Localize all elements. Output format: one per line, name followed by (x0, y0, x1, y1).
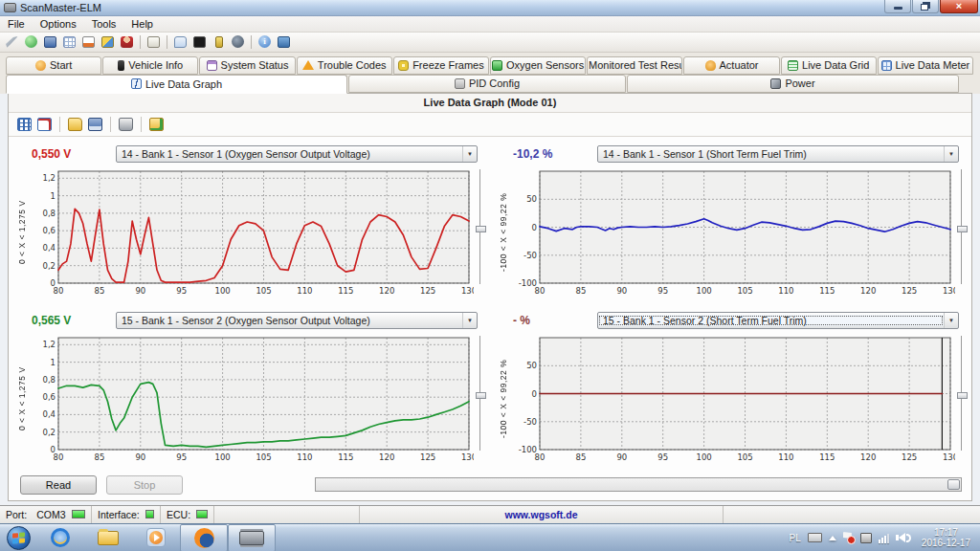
firefox-icon (194, 528, 214, 548)
tab-live-data-meter[interactable]: Live Data Meter (878, 56, 973, 75)
svg-text:100: 100 (214, 286, 230, 296)
taskbar-scanmaster-button[interactable] (228, 524, 276, 551)
tab-vehicle-info[interactable]: Vehicle Info (102, 56, 198, 75)
read-button[interactable]: Read (20, 475, 97, 495)
chat-button[interactable] (172, 34, 189, 50)
svg-text:105: 105 (737, 452, 752, 462)
phone-icon (215, 36, 223, 48)
user-button[interactable] (119, 34, 135, 50)
print-button[interactable] (118, 117, 134, 132)
close-button[interactable]: × (940, 0, 978, 13)
show-hidden-icons[interactable] (829, 536, 836, 540)
tab-live-data-grid[interactable]: Live Data Grid (781, 56, 877, 75)
connect-button[interactable] (4, 34, 20, 50)
menu-file[interactable]: File (0, 17, 33, 31)
tab-system-status[interactable]: System Status (199, 56, 295, 75)
page-title: Live Data Graph (Mode 01) (9, 94, 971, 113)
svg-text:0: 0 (532, 222, 537, 231)
svg-text:1,2: 1,2 (42, 340, 56, 349)
minimize-button[interactable] (884, 0, 911, 13)
tab-pid-config[interactable]: PID Config (348, 75, 626, 93)
svg-text:105: 105 (256, 286, 271, 296)
meter-icon (881, 60, 892, 71)
ecu-led (196, 510, 208, 518)
menu-options[interactable]: Options (33, 17, 84, 31)
chart-scale-slider[interactable] (955, 165, 968, 299)
menu-tools[interactable]: Tools (84, 17, 124, 31)
tab-live-data-graph[interactable]: Live Data Graph (6, 75, 347, 94)
scrollbar-thumb[interactable] (947, 479, 960, 490)
status-icon (207, 60, 217, 71)
tab-monitored-test-results[interactable]: Monitored Test Results (587, 56, 682, 75)
taskbar-media-player-button[interactable] (132, 524, 180, 551)
user-icon (121, 36, 133, 48)
pid-select[interactable]: 14 - Bank 1 - Sensor 1 (Short Term Fuel … (597, 145, 959, 163)
save-graph-button[interactable] (87, 117, 103, 132)
restore-button[interactable] (912, 0, 939, 13)
line-chart: 8085909510010511011512012513000,20,40,60… (30, 165, 474, 298)
data-grid-button[interactable] (61, 34, 78, 50)
chart-scale-slider[interactable] (955, 332, 968, 466)
tab-freeze-frames[interactable]: Freeze Frames (393, 56, 489, 75)
website-link[interactable]: www.wgsoft.de (360, 506, 724, 523)
device-tray-icon[interactable] (860, 533, 872, 543)
tab-actuator[interactable]: Actuator (683, 56, 779, 75)
clock[interactable]: 17:17 2016-12-17 (918, 527, 974, 548)
language-indicator[interactable]: PL (790, 533, 801, 543)
network-button[interactable] (230, 34, 246, 50)
device-button[interactable] (211, 34, 227, 50)
grid-icon (63, 36, 76, 48)
image-button[interactable] (100, 34, 116, 50)
svg-text:95: 95 (176, 286, 187, 296)
tab-oxygen-sensors[interactable]: Oxygen Sensors (490, 56, 586, 75)
info-icon: i (258, 35, 271, 48)
svg-text:85: 85 (94, 452, 104, 462)
grid-green-icon (788, 60, 798, 71)
toolbar-separator (167, 35, 167, 49)
web-button[interactable] (23, 34, 39, 50)
taskbar-firefox-button[interactable] (180, 524, 228, 551)
hand-icon (705, 60, 716, 71)
export-button[interactable] (148, 117, 165, 132)
svg-text:90: 90 (135, 286, 145, 296)
action-center-icon[interactable] (843, 532, 854, 543)
board-button[interactable] (276, 34, 292, 50)
chart-scale-slider[interactable] (474, 165, 486, 299)
save-button[interactable] (42, 34, 58, 50)
open-button[interactable] (67, 117, 83, 132)
svg-text:120: 120 (860, 452, 876, 462)
tab-start[interactable]: Start (6, 56, 101, 75)
chart-panel-o2-b1s1: 0,550 V 14 - Bank 1 - Sensor 1 (Oxygen S… (14, 143, 486, 299)
keyboard-icon[interactable] (808, 533, 822, 542)
tab-trouble-codes[interactable]: Trouble Codes (297, 56, 392, 75)
start-button[interactable] (0, 524, 36, 551)
stop-button[interactable]: Stop (106, 475, 183, 495)
menu-help[interactable]: Help (123, 17, 161, 31)
titlebar: ScanMaster-ELM × (0, 0, 980, 16)
volume-icon[interactable] (896, 533, 911, 542)
graph-button[interactable] (80, 34, 97, 50)
pid-select[interactable]: 14 - Bank 1 - Sensor 1 (Oxygen Sensor Ou… (116, 145, 478, 163)
statusbar-spacer (214, 506, 360, 523)
pid-select[interactable]: 15 - Bank 1 - Sensor 2 (Oxygen Sensor Ou… (116, 312, 478, 329)
svg-text:90: 90 (616, 286, 627, 296)
tab-label: PID Config (469, 77, 520, 89)
network-signal-icon[interactable] (879, 533, 889, 543)
svg-text:95: 95 (657, 452, 668, 462)
timeline-scrollbar[interactable] (315, 477, 962, 492)
taskbar-ie-button[interactable] (36, 524, 84, 551)
port-led (72, 510, 85, 518)
app-icon (4, 3, 16, 12)
report-button[interactable] (145, 34, 162, 50)
remove-channel-button[interactable] (36, 117, 53, 132)
pid-select[interactable]: 15 - Bank 1 - Sensor 2 (Short Term Fuel … (597, 312, 959, 329)
info-button[interactable]: i (256, 34, 273, 50)
taskbar-explorer-button[interactable] (84, 524, 132, 551)
image-icon (101, 36, 114, 48)
tab-power[interactable]: Power (627, 75, 959, 93)
oxygen-icon (492, 60, 502, 71)
terminal-button[interactable] (191, 34, 208, 50)
add-channel-button[interactable] (16, 117, 33, 132)
chart-scale-slider[interactable] (474, 332, 486, 466)
toolbar-separator (140, 35, 141, 49)
